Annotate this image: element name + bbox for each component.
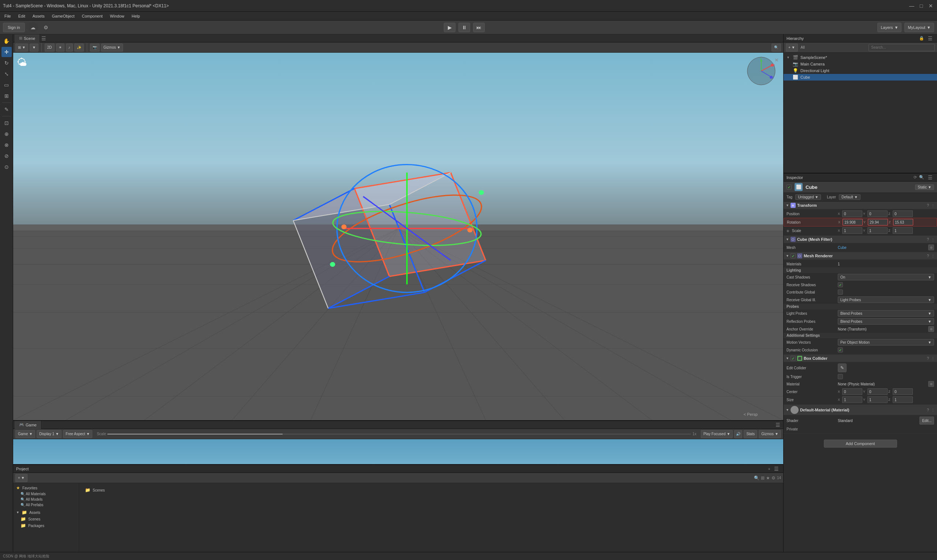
game-tab[interactable]: 🎮 Game xyxy=(15,421,42,429)
project-star-icon[interactable]: ★ xyxy=(766,475,770,481)
scale-x-input[interactable] xyxy=(842,227,862,234)
mesh-filter-gear-icon[interactable]: ? xyxy=(927,237,929,242)
transform-dots-icon[interactable]: ⋮ xyxy=(931,203,935,208)
tag-dropdown[interactable]: Untagged ▼ xyxy=(795,194,821,200)
anchor-pick-button[interactable]: ⊙ xyxy=(928,326,934,332)
size-x-input[interactable] xyxy=(842,396,862,403)
mesh-filter-header[interactable]: ▼ ⬡ Cube (Mesh Filter) ? ⋮ xyxy=(784,236,937,243)
hierarchy-lock-icon[interactable]: 🔒 xyxy=(919,36,924,41)
add-component-button[interactable]: Add Component xyxy=(824,440,897,448)
game-stats-button[interactable]: Stats xyxy=(744,430,757,438)
project-add-menu-button[interactable]: + ▼ xyxy=(15,474,28,482)
center-x-input[interactable] xyxy=(842,388,862,395)
box-collider-gear-icon[interactable]: ? xyxy=(927,357,929,360)
pause-button[interactable]: ⏸ xyxy=(458,23,470,32)
minimize-button[interactable]: — xyxy=(908,3,915,9)
scale-y-input[interactable] xyxy=(868,227,888,234)
position-x-input[interactable] xyxy=(842,211,862,217)
move-tool-button[interactable]: ✛ xyxy=(2,47,12,57)
sign-in-button[interactable]: Sign in xyxy=(3,23,25,32)
transform-tool-button[interactable]: ⊞ xyxy=(2,91,12,101)
box-collider-dots-icon[interactable]: ⋮ xyxy=(931,357,935,360)
hierarchy-main-camera[interactable]: 📷 Main Camera xyxy=(784,61,937,67)
layout-dropdown[interactable]: MyLayout ▼ xyxy=(905,23,934,32)
mesh-renderer-dots-icon[interactable]: ⋮ xyxy=(931,254,935,258)
center-y-input[interactable] xyxy=(868,388,888,395)
light-probes-dropdown[interactable]: Blend Probes ▼ xyxy=(838,310,934,317)
menu-help[interactable]: Help xyxy=(128,13,143,19)
scene-gizmos-dropdown[interactable]: Gizmos ▼ xyxy=(101,43,123,52)
center-z-input[interactable] xyxy=(893,388,913,395)
custom-tool-3[interactable]: ⊗ xyxy=(2,140,12,150)
menu-assets[interactable]: Assets xyxy=(30,13,48,19)
scene-search[interactable]: 🔍 xyxy=(772,43,781,52)
scene-audio-toggle[interactable]: ♪ xyxy=(66,43,73,52)
box-collider-header[interactable]: ▼ ✓ ⬛ Box Collider ? ⋮ xyxy=(784,355,937,362)
hierarchy-add-button[interactable]: + ▼ xyxy=(786,43,798,52)
rotation-y-input[interactable] xyxy=(868,219,888,225)
close-button[interactable]: ✕ xyxy=(928,3,934,9)
scene-x-button[interactable]: ✕ xyxy=(774,57,779,63)
inspector-menu-icon[interactable]: ☰ xyxy=(926,175,934,180)
game-aspect-dropdown[interactable]: Free Aspect ▼ xyxy=(63,430,92,438)
position-y-input[interactable] xyxy=(868,211,888,217)
settings-icon[interactable]: ⚙ xyxy=(41,22,51,32)
collider-material-pick[interactable]: ⊙ xyxy=(928,381,934,387)
scene-camera-toggle[interactable]: 📷 xyxy=(90,43,100,52)
hierarchy-menu-icon[interactable]: ☰ xyxy=(926,35,934,42)
position-z-input[interactable] xyxy=(893,211,913,217)
layers-dropdown[interactable]: Layers ▼ xyxy=(877,23,902,32)
edit-tool-button[interactable]: ✎ xyxy=(2,104,12,115)
menu-file[interactable]: File xyxy=(2,13,14,19)
mesh-renderer-gear-icon[interactable]: ? xyxy=(927,254,929,258)
dynamic-occlusion-checkbox[interactable]: ✓ xyxy=(838,347,843,352)
game-display-dropdown[interactable]: Display 1 ▼ xyxy=(37,430,62,438)
mesh-filter-dots-icon[interactable]: ⋮ xyxy=(931,237,935,242)
reflection-probes-dropdown[interactable]: Blend Probes ▼ xyxy=(838,318,934,325)
scene-canvas[interactable]: 🌤 Y X Z xyxy=(13,53,783,420)
menu-component[interactable]: Component xyxy=(79,13,105,19)
receive-global-dropdown[interactable]: Light Probes ▼ xyxy=(838,297,934,303)
box-collider-enabled-checkbox[interactable]: ✓ xyxy=(791,356,796,361)
game-menu-icon[interactable]: ☰ xyxy=(774,422,782,428)
mesh-pick-button[interactable]: ⊙ xyxy=(928,245,934,250)
project-all-prefabs[interactable]: 🔍 All Prefabs xyxy=(13,502,79,508)
material-gear-icon[interactable]: ? xyxy=(927,408,929,412)
hierarchy-scene[interactable]: ▼ 🎬 SampleScene* xyxy=(784,54,937,61)
scene-lighting-toggle[interactable]: ☀ xyxy=(56,43,65,52)
scene-view-mode[interactable]: ⊞ ▼ xyxy=(15,43,28,52)
project-packages-folder[interactable]: 📁 Packages xyxy=(13,522,79,529)
mesh-renderer-header[interactable]: ▼ ✓ ⬡ Mesh Renderer ? ⋮ xyxy=(784,252,937,260)
game-play-focused-dropdown[interactable]: Play Focused ▼ xyxy=(701,430,733,438)
material-dots-icon[interactable]: ⋮ xyxy=(931,408,935,412)
project-scenes-asset[interactable]: 📁 Scenes xyxy=(82,486,780,494)
hierarchy-search-input[interactable] xyxy=(869,44,935,51)
object-active-checkbox[interactable]: ✓ xyxy=(786,185,792,189)
contribute-global-checkbox[interactable] xyxy=(838,289,843,295)
game-gizmos-dropdown[interactable]: Gizmos ▼ xyxy=(759,430,781,438)
menu-window[interactable]: Window xyxy=(107,13,127,19)
menu-edit[interactable]: Edit xyxy=(15,13,28,19)
play-button[interactable]: ▶ xyxy=(444,23,456,32)
inspector-history-icon[interactable]: ⟳ xyxy=(914,175,917,180)
edit-collider-button[interactable]: ✎ xyxy=(838,363,846,372)
is-trigger-checkbox[interactable] xyxy=(838,374,843,379)
rotate-tool-button[interactable]: ↻ xyxy=(2,58,12,68)
menu-gameobject[interactable]: GameObject xyxy=(49,13,78,19)
rect-tool-button[interactable]: ▭ xyxy=(2,80,12,90)
size-z-input[interactable] xyxy=(893,396,913,403)
custom-tool-2[interactable]: ⊕ xyxy=(2,129,12,139)
size-y-input[interactable] xyxy=(868,396,888,403)
maximize-button[interactable]: □ xyxy=(918,3,925,9)
mesh-renderer-enabled-checkbox[interactable]: ✓ xyxy=(791,253,796,258)
hand-tool-button[interactable]: ✋ xyxy=(2,36,12,46)
scale-tool-button[interactable]: ⤡ xyxy=(2,69,12,79)
scene-2d-toggle[interactable]: 2D xyxy=(45,43,55,52)
inspector-search-icon[interactable]: 🔍 xyxy=(919,175,924,180)
project-view-icon[interactable]: ⊞ xyxy=(761,475,764,481)
scene-tab[interactable]: ⊞ Scene xyxy=(15,34,40,43)
custom-tool-1[interactable]: ⊡ xyxy=(2,118,12,128)
transform-gear-icon[interactable]: ? xyxy=(927,203,929,208)
window-controls[interactable]: — □ ✕ xyxy=(908,3,934,9)
cast-shadows-dropdown[interactable]: On ▼ xyxy=(838,274,934,280)
